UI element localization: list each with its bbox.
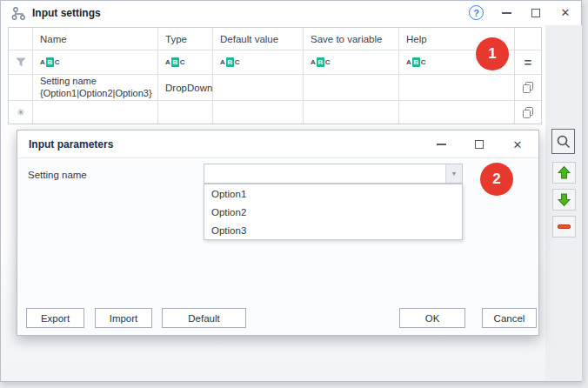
setting-name-input[interactable] [204,164,445,183]
cell-help[interactable] [399,75,515,100]
dropdown-list: Option1 Option2 Option3 [204,184,463,240]
dialog-minimize-icon[interactable] [434,137,448,151]
window-titlebar: Input settings ? ✕ [1,1,581,25]
filter-options-icon[interactable]: = [515,50,541,74]
grid-header-row: Name Type Default value Save to variable… [9,28,541,50]
minimize-icon[interactable] [499,6,513,20]
search-icon [556,134,571,150]
text-filter-icon: ABC [165,57,185,67]
dialog-title: Input parameters [29,138,113,151]
move-down-button[interactable] [552,189,576,211]
text-filter-icon: ABC [40,57,60,67]
window-title: Input settings [32,7,101,19]
settings-grid: Name Type Default value Save to variable… [8,27,542,124]
filter-cell-name[interactable]: ABC [33,50,158,74]
grid-filter-row: ABC ABC ABC ABC ABC = [9,50,541,75]
dropdown-option-2[interactable]: Option2 [204,203,462,221]
ok-button[interactable]: OK [399,308,465,328]
input-settings-window: Input settings ? ✕ Name Type Default val… [0,0,582,382]
column-header-actions [515,28,541,50]
new-cell-name[interactable] [33,101,158,124]
minus-icon [558,224,571,229]
chevron-down-icon: ▼ [451,171,458,177]
move-up-button[interactable] [552,162,576,184]
dialog-maximize-icon[interactable] [472,137,486,151]
column-header-save-to-variable[interactable]: Save to variable [304,28,399,50]
column-header-name[interactable]: Name [33,28,158,50]
annotation-badge-2: 2 [480,163,513,196]
close-icon[interactable]: ✕ [558,6,572,20]
annotation-badge-1: 1 [476,37,509,70]
cell-default-value[interactable] [213,75,304,100]
filter-cell-type[interactable]: ABC [158,50,213,74]
arrow-up-icon [557,165,571,180]
text-filter-icon: ABC [311,57,331,67]
maximize-icon[interactable] [529,6,543,20]
dialog-titlebar: Input parameters ✕ [17,130,538,158]
table-row[interactable]: Setting name{Option1|Option2|Option3} Dr… [9,75,541,101]
import-button[interactable]: Import [95,308,152,328]
cell-type[interactable]: DropDown [158,75,213,100]
dialog-close-icon[interactable]: ✕ [511,137,525,151]
default-button[interactable]: Default [162,308,246,328]
text-filter-icon: ABC [406,57,426,67]
new-row-indicator-icon: ✳ [9,101,33,124]
copy-row-icon[interactable] [515,75,541,100]
row-indicator-header [9,28,33,50]
setting-name-label: Setting name [28,170,87,180]
new-cell-type[interactable] [158,101,213,124]
search-button[interactable] [551,129,575,154]
help-icon[interactable]: ? [469,5,484,20]
filter-cell-save-to-variable[interactable]: ABC [304,50,399,74]
arrow-down-icon [557,192,571,207]
setting-name-combobox[interactable]: ▼ [204,164,463,184]
new-cell-default-value[interactable] [213,101,304,124]
row-indicator-cell [9,75,33,100]
remove-button[interactable] [552,216,576,237]
column-header-type[interactable]: Type [158,28,213,50]
filter-cell-default-value[interactable]: ABC [213,50,304,74]
new-cell-help[interactable] [399,101,515,124]
cell-name[interactable]: Setting name{Option1|Option2|Option3} [33,75,158,100]
cell-save-to-variable[interactable] [304,75,399,100]
new-cell-save-to-variable[interactable] [304,101,399,124]
combo-dropdown-button[interactable]: ▼ [445,164,462,183]
new-row[interactable]: ✳ [9,101,541,124]
dropdown-option-1[interactable]: Option1 [204,184,462,203]
input-parameters-dialog: Input parameters ✕ Setting name ▼ Option… [17,130,539,336]
copy-row-icon[interactable] [515,101,541,124]
branch-icon [11,6,26,21]
filter-funnel-icon [9,50,33,74]
dropdown-option-3[interactable]: Option3 [204,221,462,239]
cancel-button[interactable]: Cancel [482,308,537,328]
export-button[interactable]: Export [26,308,84,328]
column-header-default-value[interactable]: Default value [213,28,304,50]
text-filter-icon: ABC [220,57,240,67]
